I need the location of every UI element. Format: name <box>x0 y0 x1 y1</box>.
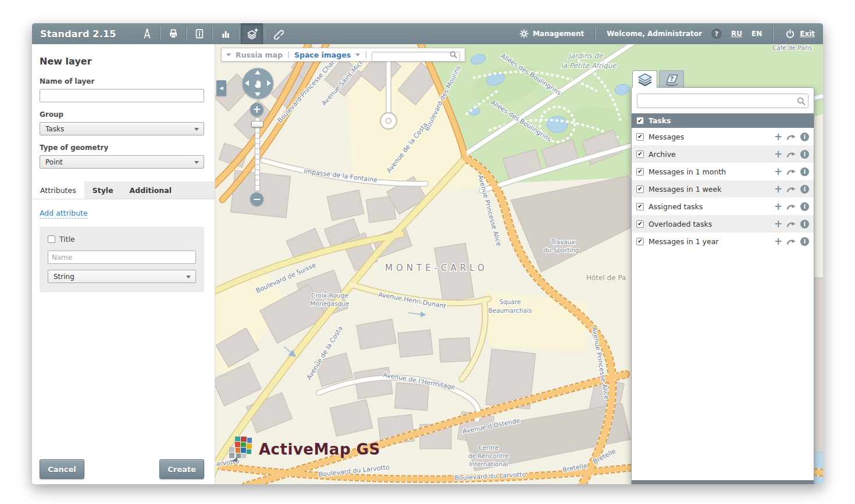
go-to-layer-icon[interactable] <box>786 151 796 158</box>
layer-label: Messages <box>649 133 774 141</box>
add-layer-icon <box>245 28 258 40</box>
group-header-label: Tasks <box>649 116 671 125</box>
add-object-button[interactable]: + <box>774 132 783 142</box>
layer-row[interactable]: ✔ Messages in 1 week + i <box>632 180 814 198</box>
tab-additional[interactable]: Additional <box>122 181 180 199</box>
go-to-layer-icon[interactable] <box>786 220 796 228</box>
go-to-layer-icon[interactable] <box>786 168 796 176</box>
layer-checkbox[interactable]: ✔ <box>636 238 644 245</box>
management-label: Management <box>533 30 584 38</box>
pan-control[interactable] <box>243 68 273 99</box>
group-checkbox[interactable]: ✔ <box>636 117 644 124</box>
pan-down-icon[interactable] <box>255 92 261 96</box>
help-button[interactable]: ? <box>711 28 722 39</box>
layer-form-tabs: Attributes Style Additional <box>32 181 215 199</box>
layer-row[interactable]: ✔ Messages + i <box>632 128 814 145</box>
layer-label: Assigned tasks <box>649 202 774 211</box>
geometry-select[interactable]: Point <box>40 155 204 169</box>
search-icon[interactable] <box>450 51 457 59</box>
bar-chart-icon <box>220 28 231 40</box>
overlay-dropdown-icon[interactable] <box>355 53 360 56</box>
zoom-slider[interactable] <box>255 117 260 192</box>
add-object-button[interactable]: + <box>774 202 783 212</box>
poi-label: Café de Paris <box>772 44 813 51</box>
layer-info-button[interactable]: i <box>800 237 809 246</box>
separator: | <box>287 51 290 59</box>
layer-checkbox[interactable]: ✔ <box>636 133 644 141</box>
layer-checkbox[interactable]: ✔ <box>636 220 644 228</box>
layer-info-button[interactable]: i <box>800 202 809 211</box>
layer-checkbox[interactable]: ✔ <box>636 151 644 158</box>
management-menu[interactable]: Management <box>519 29 584 38</box>
panel-collapse-bar[interactable]: ▲ <box>632 480 814 484</box>
attribute-box: Title String <box>40 227 204 292</box>
pan-right-icon[interactable] <box>267 80 271 86</box>
attribute-name-input[interactable] <box>48 251 196 264</box>
base-layer-dropdown-icon[interactable] <box>226 53 231 56</box>
create-button[interactable]: Create <box>159 459 204 479</box>
layer-checkbox[interactable]: ✔ <box>636 185 644 193</box>
map-search-input[interactable] <box>372 52 460 62</box>
tab-style[interactable]: Style <box>84 181 122 199</box>
add-object-button[interactable]: + <box>774 149 783 159</box>
statistics-button[interactable] <box>215 23 237 44</box>
add-attribute-link[interactable]: Add attribute <box>40 209 88 219</box>
legend-map-icon: ? <box>664 73 679 86</box>
group-select[interactable]: Tasks <box>40 122 204 135</box>
layer-checkbox[interactable]: ✔ <box>636 168 644 176</box>
layer-label: Archive <box>649 150 774 159</box>
divider <box>773 27 774 41</box>
zoom-in-button[interactable]: + <box>250 103 263 116</box>
go-to-layer-icon[interactable] <box>786 133 796 141</box>
poi-label: Travaux <box>550 238 575 245</box>
map-area[interactable]: Boulevard Princesse Charlotte Avenue Sai… <box>215 44 823 484</box>
pan-up-icon[interactable] <box>255 70 261 74</box>
lang-en[interactable]: EN <box>751 30 762 38</box>
add-object-button[interactable]: + <box>774 219 783 229</box>
go-to-layer-icon[interactable] <box>786 203 796 210</box>
add-object-button[interactable]: + <box>774 237 783 246</box>
tab-attributes[interactable]: Attributes <box>32 181 84 199</box>
layer-row[interactable]: ✔ Assigned tasks + i <box>632 198 814 215</box>
base-layer-select[interactable]: Russia map <box>236 51 283 59</box>
go-to-layer-icon[interactable] <box>786 185 796 193</box>
attribute-type-select[interactable]: String <box>48 270 196 283</box>
measure-button[interactable] <box>136 23 158 44</box>
zoom-out-button[interactable]: − <box>250 192 263 206</box>
add-layer-button[interactable] <box>241 23 263 44</box>
permalink-button[interactable] <box>267 23 289 44</box>
chevron-down-icon <box>194 128 199 131</box>
report-button[interactable] <box>188 23 211 44</box>
cancel-button[interactable]: Cancel <box>40 459 84 479</box>
separator: | <box>365 51 367 59</box>
collapse-panel-button[interactable]: ◀ <box>216 80 226 96</box>
welcome-text: Welcome, Administrator <box>607 30 702 38</box>
overlay-layer-select[interactable]: Space images <box>294 51 351 59</box>
print-button[interactable] <box>162 23 184 44</box>
lang-ru[interactable]: RU <box>731 30 742 38</box>
search-icon[interactable] <box>797 96 806 105</box>
layer-row[interactable]: ✔ Messages in 1 year + i <box>632 233 814 250</box>
layer-row[interactable]: ✔ Archive + i <box>632 145 814 163</box>
layer-info-button[interactable]: i <box>800 185 809 194</box>
tab-layers[interactable] <box>632 70 657 88</box>
poi-label: Croix-Rouge <box>311 292 348 299</box>
layers-search-input[interactable] <box>637 94 808 108</box>
add-object-button[interactable]: + <box>774 184 783 194</box>
layer-checkbox[interactable]: ✔ <box>636 203 644 210</box>
layer-info-button[interactable]: i <box>800 133 809 141</box>
pan-left-icon[interactable] <box>245 80 249 86</box>
exit-button[interactable]: Exit <box>785 28 815 40</box>
zoom-slider-handle[interactable] <box>251 121 263 127</box>
layer-row[interactable]: ✔ Overloaded tasks + i <box>632 215 814 233</box>
layers-panel-body: ✔ Tasks ✔ Messages + i ✔ Archive + i <box>631 87 814 484</box>
layer-info-button[interactable]: i <box>800 150 809 159</box>
tab-legend[interactable]: ? <box>659 70 684 88</box>
layer-row[interactable]: ✔ Messages in 1 month + i <box>632 163 814 180</box>
layer-info-button[interactable]: i <box>800 220 809 228</box>
add-object-button[interactable]: + <box>774 167 783 177</box>
go-to-layer-icon[interactable] <box>786 238 796 245</box>
layer-info-button[interactable]: i <box>800 167 809 176</box>
title-checkbox[interactable] <box>48 235 55 243</box>
layer-name-input[interactable] <box>40 89 204 102</box>
